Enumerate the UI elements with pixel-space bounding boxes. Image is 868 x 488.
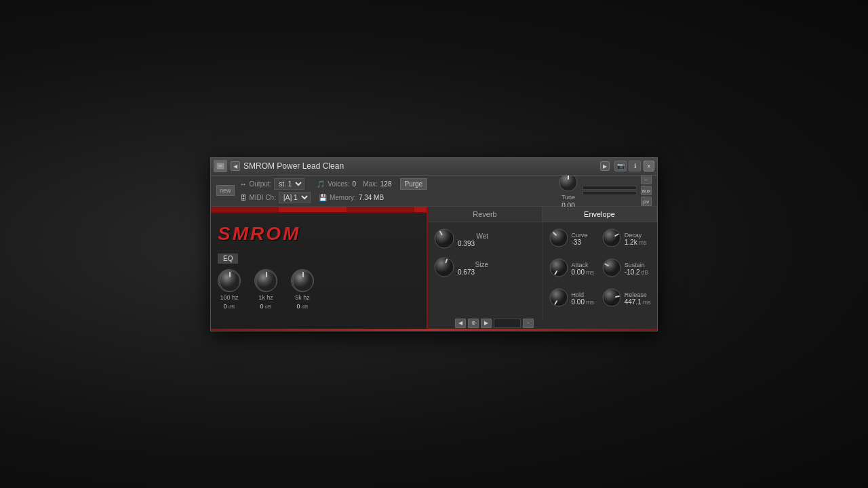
reverb-params: Wet 0.393	[428, 222, 543, 320]
tune-section: Tune 0.00	[558, 172, 578, 209]
svg-point-18	[603, 259, 620, 277]
ctrl-btn-1[interactable]: ◀	[455, 319, 466, 328]
next-preset-button[interactable]: ▶	[600, 161, 610, 171]
curve-value: -33	[572, 239, 588, 246]
eq-knob-100hz-control[interactable]	[218, 269, 241, 292]
side-controls: − aux pv	[641, 175, 652, 206]
stripe-2	[211, 212, 427, 214]
led-bar-top	[583, 186, 637, 190]
side-btn-3[interactable]: pv	[641, 197, 652, 206]
ctrl-btn-2[interactable]: ⊕	[468, 319, 479, 328]
plugin-icon	[214, 160, 227, 172]
tab-reverb[interactable]: Reverb	[428, 207, 542, 222]
sustain-unit: dB	[642, 269, 649, 276]
attack-value: 0.00	[572, 268, 585, 276]
sustain-param: Sustain -10.2 dB	[601, 258, 652, 281]
eq-section: EQ 100 hz 0	[218, 251, 420, 310]
release-unit: ms	[643, 299, 651, 306]
midi-dropdown[interactable]: [A] 1	[279, 192, 311, 203]
decay-label: Decay	[625, 232, 647, 239]
decay-knob[interactable]	[601, 228, 622, 251]
hold-value: 0.00	[572, 298, 585, 306]
right-panel: Reverb Envelope	[428, 207, 657, 329]
eq-100hz-label: 100 hz	[220, 294, 238, 301]
prev-preset-button[interactable]: ◀	[231, 161, 240, 171]
sustain-label: Sustain	[625, 262, 649, 268]
close-button[interactable]: ×	[644, 161, 654, 171]
camera-button[interactable]: 📷	[614, 161, 627, 171]
svg-point-12	[550, 229, 568, 247]
pitch-display	[494, 319, 521, 328]
memory-label: Memory:	[330, 194, 356, 201]
main-content: SMROM EQ 100 hz	[211, 207, 657, 329]
side-btn-1[interactable]: −	[641, 175, 652, 184]
eq-knob-1khz-control[interactable]	[254, 269, 277, 292]
eq-knob-1khz: 1k hz 0 dB	[254, 269, 277, 310]
hold-label: Hold	[572, 291, 594, 298]
side-btn-2[interactable]: aux	[641, 186, 652, 195]
bottom-controls: ◀ ⊕ ▶ ~	[455, 319, 534, 328]
svg-point-22	[603, 289, 620, 306]
attack-knob[interactable]	[549, 258, 569, 281]
envelope-params: Curve -33	[543, 222, 658, 320]
size-param: Size 0.673	[433, 256, 537, 281]
bottom-accent	[211, 329, 657, 331]
svg-point-20	[550, 289, 568, 306]
wet-param: Wet 0.393	[433, 228, 537, 252]
midi-label: MIDI Ch:	[250, 194, 276, 201]
tab-envelope[interactable]: Envelope	[542, 207, 657, 222]
eq-1khz-unit: dB	[265, 304, 272, 310]
eq-100hz-unit: dB	[229, 304, 235, 310]
memory-value: 7.34 MB	[359, 194, 384, 201]
eq-label: EQ	[218, 253, 238, 264]
eq-knob-5khz: 5k hz 0 dB	[291, 269, 314, 310]
hold-param: Hold 0.00 ms	[549, 287, 599, 310]
left-panel: SMROM EQ 100 hz	[211, 207, 428, 329]
curve-knob[interactable]	[549, 228, 569, 251]
eq-5khz-label: 5k hz	[295, 294, 310, 301]
output-dropdown[interactable]: st. 1	[274, 178, 304, 190]
eq-100hz-value: 0	[224, 303, 227, 310]
curve-param: Curve -33	[549, 228, 599, 251]
stripe-3	[211, 215, 427, 216]
wet-label: Wet	[458, 232, 488, 240]
tabs-row: Reverb Envelope	[428, 207, 657, 222]
size-knob[interactable]	[433, 256, 455, 281]
info-bar: new ↔ Output: st. 1 🎵 Voices: 0 Max: 128…	[211, 176, 657, 207]
eq-1khz-value: 0	[260, 303, 264, 310]
output-label: Output:	[250, 180, 272, 188]
purge-button[interactable]: Purge	[400, 178, 428, 190]
hold-unit: ms	[586, 299, 594, 306]
svg-point-14	[603, 229, 620, 247]
logo-area: SMROM	[218, 223, 420, 245]
eq-knobs: 100 hz 0 dB	[218, 269, 420, 310]
svg-line-23	[616, 296, 619, 297]
wet-value: 0.393	[458, 240, 488, 247]
plugin-window: ◀ SMROM Power Lead Clean ▶ 📷 ℹ × new ↔ O…	[210, 157, 658, 331]
wet-knob[interactable]	[433, 228, 455, 252]
release-knob[interactable]	[601, 287, 622, 310]
info-button[interactable]: ℹ	[629, 161, 641, 171]
voices-value: 0	[353, 180, 357, 188]
decay-param: Decay 1.2k ms	[601, 228, 652, 251]
attack-label: Attack	[572, 262, 594, 268]
release-label: Release	[625, 291, 651, 298]
ctrl-btn-4[interactable]: ~	[523, 319, 534, 328]
top-stripe	[211, 207, 427, 212]
size-label: Size	[458, 261, 488, 268]
decay-unit: ms	[639, 239, 647, 246]
release-value: 447.1	[625, 298, 642, 306]
info-section: ↔ Output: st. 1 🎵 Voices: 0 Max: 128 Pur…	[240, 178, 553, 203]
sustain-knob[interactable]	[601, 258, 622, 281]
eq-knob-100hz: 100 hz 0 dB	[218, 269, 241, 310]
sustain-value: -10.2	[625, 268, 640, 276]
ctrl-btn-3[interactable]: ▶	[481, 319, 492, 328]
eq-knob-5khz-control[interactable]	[291, 269, 314, 292]
max-value: 128	[380, 180, 392, 188]
title-bar: ◀ SMROM Power Lead Clean ▶ 📷 ℹ ×	[211, 158, 657, 176]
led-bar-bottom	[583, 191, 637, 195]
hold-knob[interactable]	[549, 287, 569, 310]
eq-1khz-label: 1k hz	[258, 294, 273, 301]
attack-param: Attack 0.00 ms	[549, 258, 599, 281]
curve-label: Curve	[572, 232, 588, 239]
